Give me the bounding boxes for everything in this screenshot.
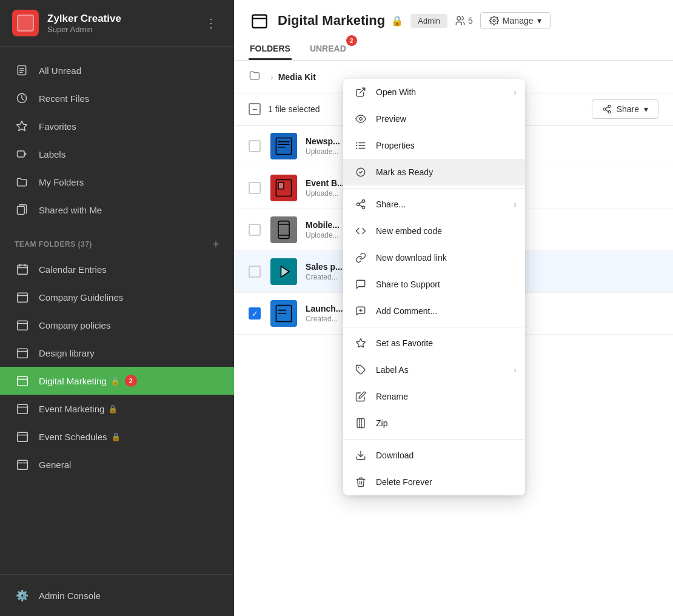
select-all-checkbox[interactable] [249, 103, 261, 115]
manage-chevron: ▾ [537, 16, 541, 25]
svg-marker-66 [357, 339, 366, 347]
download-icon [354, 449, 367, 462]
context-menu-download[interactable]: Download [343, 442, 525, 469]
context-menu-label: Download [376, 450, 414, 460]
file-checkbox[interactable] [249, 266, 261, 278]
file-checkbox[interactable] [249, 307, 261, 320]
sidebar-item-my-folders[interactable]: My Folders [0, 168, 234, 196]
svg-marker-5 [17, 121, 27, 131]
svg-rect-43 [278, 221, 289, 239]
svg-rect-10 [18, 265, 28, 274]
sidebar-header: Zylker Creative Super Admin ⋮ [0, 0, 234, 47]
team-folder-icon [15, 345, 30, 361]
sidebar-item-favorites[interactable]: Favorites [0, 112, 234, 140]
file-checkbox[interactable] [249, 140, 261, 152]
chevron-right-icon: › [514, 87, 517, 97]
sidebar-item-digital-marketing[interactable]: Digital Marketing 🔒 2 [0, 367, 234, 395]
sidebar-item-company-guidelines[interactable]: Company Guidelines [0, 283, 234, 311]
main-header-top: Digital Marketing 🔒 Admin 5 Manage ▾ [249, 10, 658, 32]
sidebar-item-design-library[interactable]: Design library [0, 339, 234, 367]
svg-rect-16 [18, 321, 28, 330]
svg-rect-9 [18, 206, 25, 214]
tab-folders[interactable]: FOLDERS [249, 39, 292, 60]
svg-rect-6 [18, 151, 25, 157]
manage-button[interactable]: Manage ▾ [480, 12, 551, 29]
sidebar-item-general[interactable]: General [0, 450, 234, 478]
svg-point-31 [493, 19, 495, 22]
context-menu-open-with[interactable]: Open With › [343, 79, 525, 105]
delete-icon [354, 475, 367, 489]
sidebar-item-event-marketing[interactable]: Event Marketing 🔒 [0, 395, 234, 423]
team-folder-label: Digital Marketing [39, 376, 107, 386]
context-menu-rename[interactable]: Rename [343, 383, 525, 410]
file-thumbnail [270, 216, 297, 243]
org-logo [12, 10, 39, 36]
svg-rect-24 [18, 432, 28, 441]
context-menu-preview[interactable]: Preview [343, 105, 525, 132]
context-menu-properties[interactable]: Properties [343, 132, 525, 159]
sidebar-item-labels[interactable]: Labels [0, 140, 234, 168]
admin-console-item[interactable]: ⚙️ Admin Console [15, 584, 219, 606]
sidebar-item-recent-files[interactable]: Recent Files [0, 84, 234, 112]
chevron-right-icon: › [514, 199, 517, 209]
context-menu: Open With › Preview Properties Mark as R… [343, 79, 525, 495]
tab-unread[interactable]: UNREAD 2 [309, 39, 347, 60]
team-folder-icon [15, 373, 30, 389]
more-options-button[interactable]: ⋮ [200, 13, 222, 33]
context-menu-label: Properties [376, 141, 415, 150]
sidebar-item-all-unread[interactable]: All Unread [0, 56, 234, 84]
context-menu-label: Set as Favorite [376, 338, 433, 348]
sidebar-nav: All Unread Recent Files Favorites Labels… [0, 47, 234, 229]
context-menu-label: Delete Forever [376, 477, 432, 487]
team-folder-label: Company policies [39, 320, 110, 330]
add-comment-icon [354, 304, 367, 318]
team-folder-label: Calendar Entries [39, 264, 107, 275]
context-menu-label: Open With [376, 87, 416, 97]
folder-main-icon [249, 10, 270, 32]
mark-ready-icon [354, 166, 367, 179]
sidebar-item-label: Favorites [39, 121, 76, 132]
context-menu-set-as-favorite[interactable]: Set as Favorite [343, 330, 525, 357]
context-menu-delete-forever[interactable]: Delete Forever [343, 469, 525, 495]
add-team-folder-button[interactable]: + [212, 238, 219, 250]
svg-rect-26 [18, 460, 28, 469]
sidebar-item-label: Shared with Me [39, 205, 102, 215]
context-menu-new-download-link[interactable]: New download link [343, 244, 525, 271]
sidebar-item-calendar-entries[interactable]: Calendar Entries [0, 255, 234, 283]
chevron-right-icon: › [514, 365, 517, 375]
team-folder-label: Company Guidelines [39, 292, 123, 303]
svg-rect-42 [278, 182, 284, 189]
context-menu-mark-as-ready[interactable]: Mark as Ready [343, 159, 525, 186]
team-folder-icon [15, 429, 30, 444]
team-folder-icon [15, 457, 30, 472]
admin-badge: Admin [410, 14, 447, 28]
share-button[interactable]: Share ▾ [592, 99, 658, 119]
tab-label: UNREAD [310, 44, 346, 53]
sidebar-item-company-policies[interactable]: Company policies [0, 311, 234, 339]
svg-line-62 [359, 205, 362, 207]
file-checkbox[interactable] [249, 224, 261, 236]
breadcrumb-folder-icon [249, 69, 261, 84]
context-menu-add-comment[interactable]: Add Comment... [343, 298, 525, 324]
context-menu-label-as[interactable]: Label As › [343, 357, 525, 383]
share-chevron: ▾ [644, 104, 648, 114]
sidebar: Zylker Creative Super Admin ⋮ All Unread… [0, 0, 234, 616]
svg-rect-37 [276, 138, 291, 155]
share-support-icon [354, 278, 367, 291]
context-menu-new-embed-code[interactable]: New embed code [343, 218, 525, 244]
team-folder-label: Event Marketing [39, 404, 104, 414]
main-title-area: Digital Marketing 🔒 Admin 5 Manage ▾ [249, 10, 658, 32]
file-checkbox[interactable] [249, 182, 261, 194]
sidebar-item-event-schedules[interactable]: Event Schedules 🔒 [0, 423, 234, 450]
sidebar-item-shared-with-me[interactable]: Shared with Me [0, 196, 234, 224]
file-thumbnail [270, 300, 297, 327]
svg-line-63 [359, 202, 362, 204]
context-menu-share-to-support[interactable]: Share to Support [343, 271, 525, 298]
sidebar-item-label: Recent Files [39, 93, 89, 104]
svg-rect-14 [18, 293, 28, 302]
context-menu-zip[interactable]: Zip [343, 410, 525, 437]
context-menu-share[interactable]: Share... › [343, 191, 525, 218]
team-folders-label: TEAM FOLDERS (37) [15, 240, 92, 249]
lock-icon: 🔒 [111, 432, 121, 441]
embed-code-icon [354, 224, 367, 238]
